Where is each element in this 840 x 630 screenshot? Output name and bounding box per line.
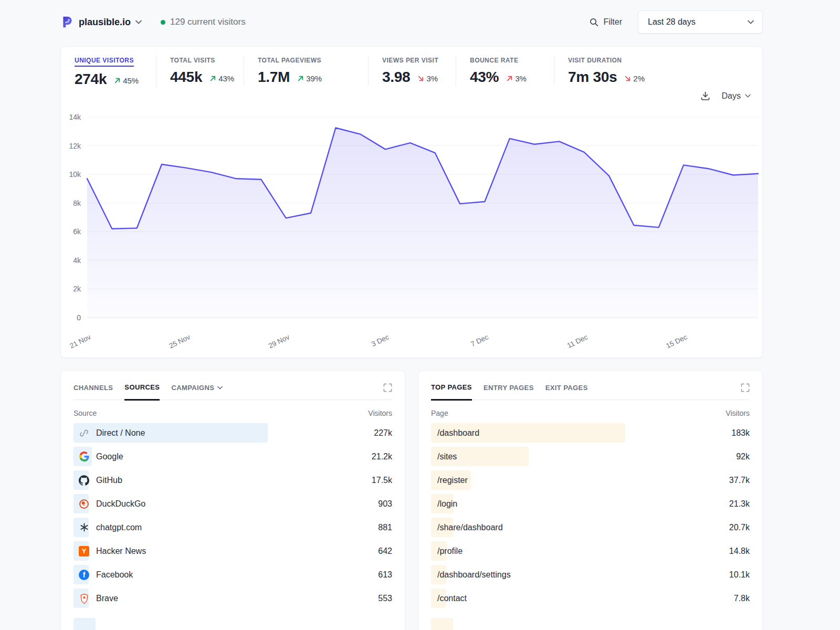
tab-channels[interactable]: CHANNELS: [74, 383, 113, 400]
row-visitors: 21.3k: [729, 499, 750, 509]
brave-icon: [79, 593, 89, 604]
breakdown-row[interactable]: Brave 553: [74, 589, 392, 608]
top-bar: plausible.io 129 current visitors Filter…: [60, 10, 763, 34]
row-visitors: 17.5k: [372, 476, 392, 485]
svg-text:7 Dec: 7 Dec: [469, 333, 489, 348]
chevron-down-icon: [745, 94, 751, 98]
visitors-card: UNIQUE VISITORS 274k 45% TOTAL VISITS 44…: [60, 46, 763, 358]
breakdown-row[interactable]: Direct / None 227k: [74, 423, 392, 443]
sources-tabs-row: CHANNELSSOURCESCAMPAIGNS: [74, 383, 392, 400]
site-switcher[interactable]: plausible.io: [60, 15, 142, 29]
arrow-up-right-icon: [114, 77, 121, 84]
date-range-selector[interactable]: Last 28 days: [638, 10, 763, 34]
tab-campaigns[interactable]: CAMPAIGNS: [171, 383, 223, 400]
metrics-bar: UNIQUE VISITORS 274k 45% TOTAL VISITS 44…: [75, 55, 749, 88]
breakdown-row[interactable]: f Facebook 613: [74, 565, 392, 584]
dashboard-page: plausible.io 129 current visitors Filter…: [60, 0, 763, 630]
search-icon: [590, 18, 598, 27]
row-label: Facebook: [96, 570, 133, 580]
breakdown-row[interactable]: /share/dashboard 20.7k: [431, 518, 750, 537]
arrow-down-right-icon: [417, 75, 424, 82]
row-visitors: 553: [378, 594, 392, 603]
row-visitors: 10.1k: [729, 570, 750, 580]
tab-label: EXIT PAGES: [545, 384, 588, 392]
row-label: /share/dashboard: [437, 523, 503, 532]
stat-change-percent: 43%: [218, 74, 234, 83]
date-range-value: Last 28 days: [648, 17, 696, 27]
metric-stat[interactable]: UNIQUE VISITORS 274k 45%: [75, 55, 156, 88]
interval-label: Days: [722, 91, 741, 101]
metric-column-label: Visitors: [368, 409, 392, 417]
pages-panel: TOP PAGESENTRY PAGESEXIT PAGES Page Visi…: [418, 370, 763, 630]
sources-panel: CHANNELSSOURCESCAMPAIGNS Source Visitors…: [60, 370, 405, 630]
breakdown-row[interactable]: /register 37.7k: [431, 470, 750, 490]
stat-value: 274k: [75, 71, 107, 88]
stat-label: VIEWS PER VISIT: [382, 57, 438, 64]
breakdown-row[interactable]: /contact 7.8k: [431, 589, 750, 608]
svg-text:14k: 14k: [69, 113, 81, 121]
row-label: Google: [96, 452, 123, 461]
metric-stat[interactable]: VISIT DURATION 7m 30s 2%: [568, 55, 658, 86]
svg-text:8k: 8k: [73, 199, 81, 207]
breakdown-row[interactable]: /dashboard 183k: [431, 423, 750, 443]
row-label: /dashboard/settings: [437, 570, 511, 580]
expand-icon[interactable]: [741, 383, 750, 400]
svg-text:12k: 12k: [69, 142, 81, 150]
svg-text:25 Nov: 25 Nov: [168, 333, 192, 350]
current-visitors[interactable]: 129 current visitors: [161, 17, 246, 27]
expand-icon[interactable]: [383, 383, 392, 400]
arrow-down-right-icon: [624, 75, 631, 82]
breakdown-row[interactable]: chatgpt.com 881: [74, 518, 392, 537]
github-icon: [79, 475, 89, 486]
row-visitors: 14.8k: [729, 547, 750, 556]
link-icon: [79, 428, 89, 438]
row-label: /dashboard: [437, 428, 479, 438]
row-label: GitHub: [96, 476, 122, 485]
chatgpt-icon: [79, 522, 89, 533]
stat-label: VISIT DURATION: [568, 57, 622, 64]
breakdown-row[interactable]: Y Hacker News 642: [74, 541, 392, 561]
row-visitors: 227k: [374, 428, 392, 438]
breakdown-row[interactable]: DuckDuckGo 903: [74, 494, 392, 513]
row-visitors: 21.2k: [372, 452, 392, 461]
row-visitors: 881: [378, 523, 392, 532]
breakdown-row[interactable]: /sites 92k: [431, 447, 750, 466]
tab-label: CAMPAIGNS: [171, 384, 214, 392]
metric-stat[interactable]: VIEWS PER VISIT 3.98 3%: [382, 55, 456, 86]
breakdown-row[interactable]: GitHub 17.5k: [74, 470, 392, 490]
row-bar: [431, 618, 453, 630]
stat-value: 3.98: [382, 69, 410, 86]
breakdown-row[interactable]: /login 21.3k: [431, 494, 750, 513]
download-icon[interactable]: [700, 91, 710, 101]
row-visitors: 92k: [736, 452, 750, 461]
svg-text:6k: 6k: [73, 227, 81, 236]
arrow-up-right-icon: [209, 75, 216, 82]
breakdown-row[interactable]: /dashboard/settings 10.1k: [431, 565, 750, 584]
breakdown-row[interactable]: Google 21.2k: [74, 447, 392, 466]
tab-sources[interactable]: SOURCES: [124, 383, 160, 401]
chevron-down-icon: [748, 20, 754, 24]
row-label: DuckDuckGo: [96, 499, 145, 509]
metric-stat[interactable]: BOUNCE RATE 43% 3%: [470, 55, 554, 86]
site-name: plausible.io: [79, 17, 131, 28]
row-visitors: 7.8k: [734, 594, 750, 603]
metric-stat[interactable]: TOTAL VISITS 445k 43%: [170, 55, 244, 86]
arrow-up-right-icon: [506, 75, 513, 82]
dimension-column-label: Source: [74, 409, 97, 417]
stat-label: BOUNCE RATE: [470, 57, 518, 64]
filter-button[interactable]: Filter: [590, 17, 622, 27]
metric-stat[interactable]: TOTAL PAGEVIEWS 1.7M 39%: [258, 55, 369, 86]
tab-exit-pages[interactable]: EXIT PAGES: [545, 383, 588, 400]
metric-column-label: Visitors: [726, 409, 750, 417]
tab-top-pages[interactable]: TOP PAGES: [431, 383, 472, 401]
stat-value: 445k: [170, 69, 202, 86]
breakdown-row[interactable]: /profile 14.8k: [431, 541, 750, 561]
breakdown-panels: CHANNELSSOURCESCAMPAIGNS Source Visitors…: [60, 370, 763, 630]
pages-column-headers: Page Visitors: [431, 409, 750, 417]
visitors-chart[interactable]: 02k4k6k8k10k12k14k21 Nov25 Nov29 Nov3 De…: [67, 100, 760, 350]
top-bar-right: Filter Last 28 days: [590, 10, 763, 34]
plausible-logo-icon: [60, 15, 74, 29]
interval-dropdown[interactable]: Days: [722, 91, 751, 101]
hackernews-icon: Y: [79, 546, 89, 556]
tab-entry-pages[interactable]: ENTRY PAGES: [484, 383, 534, 400]
